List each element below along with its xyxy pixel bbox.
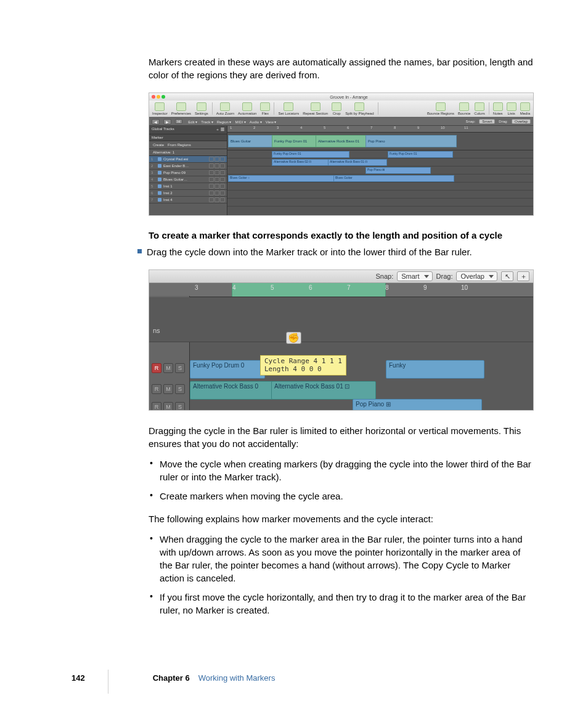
marker-pop-piano: Pop Piano bbox=[365, 135, 457, 147]
track-lane: Funky Pop Drum 01Funky Pop Drum 01 bbox=[227, 150, 533, 158]
track-row-3: RMS Pop Piano ⊞ bbox=[149, 398, 533, 411]
toolbar-flex: Flex bbox=[259, 102, 271, 115]
snap-label: Snap: bbox=[466, 120, 476, 123]
track-lane bbox=[227, 199, 533, 207]
region: Blues Guitar ○ bbox=[228, 175, 337, 182]
track-inst-1: 5Inst 1 bbox=[149, 183, 227, 190]
marker-lane: ↖ Blues GuitarFunky Pop Drum 01Alternati… bbox=[227, 133, 533, 150]
list-item: When dragging the cycle to the marker ar… bbox=[149, 533, 534, 585]
track-list-panel: Global Tracks＋ ☰ Marker Create From Regi… bbox=[149, 126, 227, 215]
toolbar-automation: Automation bbox=[237, 102, 258, 115]
toolbar-lists: Lists bbox=[505, 102, 518, 115]
track-lane bbox=[227, 191, 533, 199]
track-pop-piano-09: 3Pop Piano 09 bbox=[149, 170, 227, 176]
region-alt-rock-a: Alternative Rock Bass 0 bbox=[190, 381, 276, 400]
window-title: Groove In - Arrange bbox=[167, 95, 531, 99]
region: Funky Pop Drum 01 bbox=[388, 151, 453, 158]
toolbar-set-locators: Set Locators bbox=[277, 102, 300, 115]
page-footer: 142 Chapter 6 Working with Markers bbox=[0, 673, 588, 683]
region: Funky Pop Drum 01 bbox=[272, 151, 349, 158]
region-funky-pop-b: Funky bbox=[386, 360, 484, 379]
track-inst-4: 7Inst 4 bbox=[149, 197, 227, 203]
ribbon-h: H bbox=[175, 119, 182, 124]
arrange-ribbon: ◀ ▶ H Edit ▾Track ▾Region ▾MIDI ▾Audio ▾… bbox=[149, 117, 533, 126]
track-lane bbox=[227, 183, 533, 191]
marker-section-title: Marker bbox=[149, 134, 227, 141]
toolbar-notes: Notes bbox=[492, 102, 504, 115]
list-item: Create markers when moving the cycle are… bbox=[149, 490, 534, 503]
marker-from-regions-button: From Regions bbox=[168, 143, 191, 147]
marker-funky-pop-drum-01: Funky Pop Drum 01 bbox=[272, 135, 320, 147]
track-lane: Alternative Rock Bass 02 ⊡Alternative Ro… bbox=[227, 158, 533, 166]
marker-create-button: Create bbox=[153, 143, 164, 147]
toolbar-preferences: Preferences bbox=[170, 102, 192, 115]
window-traffic-lights bbox=[152, 95, 165, 99]
rms-buttons: RMS bbox=[152, 363, 185, 373]
step-text: Drag the cycle down into the Marker trac… bbox=[147, 245, 472, 258]
snap-drag-strip: Snap: Smart Drag: Overlap ↖ ＋ bbox=[149, 270, 533, 283]
body-paragraph-3: The following explains how marker moveme… bbox=[149, 512, 534, 525]
region: Alternative Rock Bass 02 ⊡ bbox=[272, 159, 331, 166]
region-funky-pop-a: Funky Pop Drum 0 bbox=[190, 360, 265, 379]
body-paragraph-2: Dragging the cycle in the Bar ruler is l… bbox=[149, 424, 534, 450]
rms-buttons: RMS bbox=[152, 384, 185, 394]
ribbon-nav-fwd: ▶ bbox=[163, 119, 171, 125]
toolbar-media: Media bbox=[519, 102, 531, 115]
global-tracks-header: Global Tracks bbox=[152, 127, 174, 133]
track-row-2: RMS Alternative Rock Bass 0 Alternative … bbox=[149, 380, 533, 398]
drag-value: Overlap bbox=[512, 119, 531, 124]
region: Blues Guitar bbox=[333, 175, 454, 182]
procedure-step: Drag the cycle down into the Marker trac… bbox=[137, 245, 534, 258]
arrange-area: 1234567891011 ↖ Blues GuitarFunky Pop Dr… bbox=[227, 126, 533, 215]
track-blues-guitar-: 4Blues Guitar… bbox=[149, 176, 227, 183]
drag-label: Drag: bbox=[436, 273, 453, 280]
cycle-tooltip: Cycle Range 4 1 1 1 Length 4 0 0 0 bbox=[260, 355, 346, 375]
region: Alternative Rock Bass 01 ⊡ bbox=[328, 159, 387, 166]
tooltip-line-1: Cycle Range 4 1 1 1 bbox=[264, 357, 342, 365]
drag-label: Drag: bbox=[499, 120, 508, 123]
main-toolbar: InspectorPreferencesSettingsAuto ZoomAut… bbox=[149, 101, 533, 117]
track-crystal-pad-esi: 1Crystal Pad.esi bbox=[149, 156, 227, 163]
region-alt-rock-b: Alternative Rock Bass 01 ⊡ bbox=[271, 381, 376, 400]
list-item: If you first move the cycle horizontally… bbox=[149, 591, 534, 617]
bullet-list-1: Move the cycle when creating markers (by… bbox=[149, 458, 534, 503]
global-track-lanes: ns bbox=[149, 297, 533, 342]
marker-alternative-row: Alternative: 1 bbox=[149, 149, 227, 156]
ribbon-nav-back: ◀ bbox=[152, 119, 160, 125]
chapter-label: Chapter 6 bbox=[153, 673, 190, 683]
figure-arrange-window: Groove In - Arrange InspectorPreferences… bbox=[149, 92, 534, 216]
window-titlebar: Groove In - Arrange bbox=[149, 93, 533, 101]
track-lane: Blues Guitar ○Blues Guitar bbox=[227, 174, 533, 183]
bullet-list-2: When dragging the cycle to the marker ar… bbox=[149, 533, 534, 617]
region-pop-piano: Pop Piano ⊞ bbox=[353, 399, 482, 411]
grab-cursor-icon: ✊ bbox=[286, 332, 301, 344]
toolbar-colors: Colors bbox=[473, 102, 486, 115]
marker-blues-guitar: Blues Guitar bbox=[228, 135, 276, 147]
snap-label: Snap: bbox=[375, 273, 393, 280]
toolbar-crop: Crop bbox=[330, 102, 343, 115]
snap-select: Smart bbox=[397, 271, 432, 281]
pointer-tool-icon: ↖ bbox=[501, 271, 513, 281]
toolbar-bounce: Bounce bbox=[457, 102, 472, 115]
track-east-ender-b-: 2East Ender B… bbox=[149, 163, 227, 170]
tooltip-line-2: Length 4 0 0 0 bbox=[264, 365, 342, 373]
toolbar-split-by-playhead: Split by Playhead bbox=[344, 102, 375, 115]
list-item: Move the cycle when creating markers (by… bbox=[149, 458, 534, 483]
toolbar-inspector: Inspector bbox=[151, 102, 169, 115]
track-inst-2: 6Inst 2 bbox=[149, 190, 227, 197]
ns-label: ns bbox=[153, 327, 160, 334]
page-number: 142 bbox=[71, 673, 85, 683]
marker-alternative-rock-bass-01: Alternative Rock Bass 01 bbox=[316, 135, 370, 147]
footer-rule bbox=[108, 670, 108, 694]
drag-select: Overlap bbox=[456, 271, 497, 281]
toolbar-repeat-section: Repeat Section bbox=[301, 102, 329, 115]
snap-value: Smart bbox=[479, 119, 495, 124]
bar-ruler-closeup: 345678910 bbox=[149, 283, 533, 297]
chapter-title: Working with Markers bbox=[198, 673, 276, 683]
intro-paragraph: Markers created in these ways are automa… bbox=[149, 55, 534, 81]
rms-buttons: RMS bbox=[152, 402, 185, 411]
toolbar-auto-zoom: Auto Zoom bbox=[215, 102, 235, 115]
toolbar-settings: Settings bbox=[194, 102, 210, 115]
step-bullet-icon bbox=[137, 249, 142, 253]
bar-ruler: 1234567891011 bbox=[227, 126, 533, 133]
